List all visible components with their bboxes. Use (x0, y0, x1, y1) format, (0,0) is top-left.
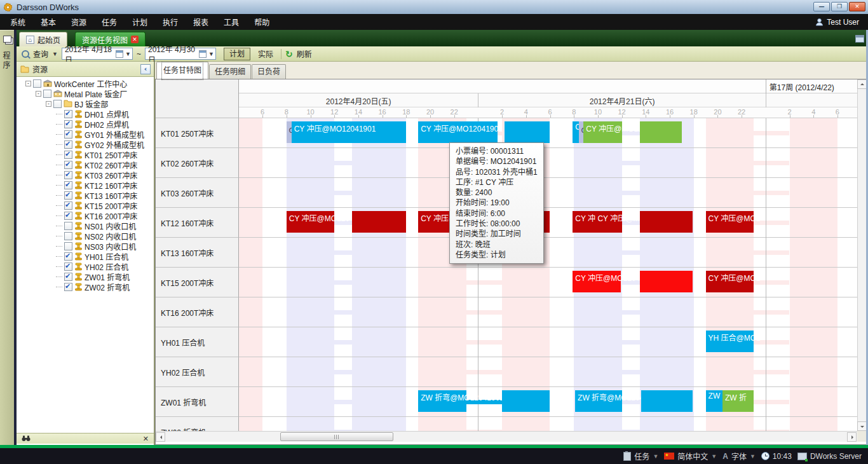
task-bar[interactable]: CY 冲压@MO12041904 (287, 211, 334, 233)
menu-item-执行[interactable]: 执行 (155, 14, 186, 30)
tree-checkbox[interactable] (64, 161, 72, 169)
scroll-right-icon[interactable] (847, 432, 857, 442)
tree-checkbox[interactable] (53, 100, 62, 108)
task-bar[interactable] (640, 271, 693, 292)
tree-checkbox[interactable] (64, 171, 72, 179)
date-to-input[interactable]: 2012年 4月30日 ▼ (145, 48, 216, 60)
task-bar[interactable]: C (287, 121, 292, 143)
vertical-scrollbar[interactable] (857, 79, 867, 442)
dropdown-caret-icon[interactable]: ▼ (750, 453, 756, 460)
tree-item[interactable]: KT03 260T冲床 (17, 170, 154, 180)
task-bar[interactable]: CY 冲压@MO1 (706, 271, 754, 292)
task-bar[interactable]: CY 冲压@MO12041902 (583, 121, 621, 143)
tree-checkbox[interactable] (64, 242, 72, 250)
calendar-icon[interactable] (116, 50, 123, 58)
tree-item-label[interactable]: YH01 压合机 (85, 251, 128, 262)
tree-item-label[interactable]: WorkCenter 工作中心 (54, 78, 127, 89)
task-bar[interactable]: YH 压合@MO1 (706, 331, 754, 352)
tree-checkbox[interactable] (33, 79, 41, 88)
dropdown-caret-icon[interactable]: ▼ (653, 453, 658, 460)
tree-item-label[interactable]: DH01 点焊机 (85, 109, 129, 119)
tree-item-label[interactable]: KT02 260T冲床 (85, 160, 137, 170)
tree-item[interactable]: NS01 内收口机 (17, 221, 154, 231)
task-bar[interactable] (640, 211, 693, 233)
tree-item[interactable]: -WorkCenter 工作中心 (17, 78, 154, 88)
actual-button[interactable]: 实际 (254, 48, 277, 59)
date-from-caret-icon[interactable]: ▼ (125, 51, 131, 57)
tree-item-label[interactable]: NS03 内收口机 (85, 241, 136, 252)
menu-item-资源[interactable]: 资源 (64, 14, 94, 30)
status-item-字体[interactable]: A字体▼ (722, 451, 756, 461)
task-bar[interactable] (502, 390, 550, 412)
scroll-down-icon[interactable] (857, 421, 867, 431)
task-bar[interactable] (640, 121, 682, 143)
layout-icon[interactable] (855, 35, 864, 43)
tree-item-label[interactable]: KT15 200T冲床 (85, 200, 137, 211)
date-from-input[interactable]: 2012年 4月18日 ▼ (62, 48, 133, 60)
menu-item-系统[interactable]: 系统 (3, 14, 33, 30)
tree-item[interactable]: KT15 200T冲床 (17, 200, 154, 210)
menu-item-任务[interactable]: 任务 (94, 14, 125, 30)
expander-icon[interactable]: - (46, 101, 51, 107)
tree-checkbox[interactable] (64, 181, 72, 189)
plan-button[interactable]: 计划 (224, 48, 250, 60)
tree-item[interactable]: ZW01 折弯机 (17, 271, 154, 282)
tree-checkbox[interactable] (64, 232, 72, 240)
tree-item-label[interactable]: ZW01 折弯机 (85, 271, 130, 282)
dropdown-caret-icon[interactable]: ▼ (711, 453, 717, 460)
collapse-panel-button[interactable]: ‹ (140, 64, 151, 74)
tree-item-label[interactable]: KT12 160T冲床 (85, 180, 137, 191)
tree-checkbox[interactable] (64, 252, 72, 261)
task-bar[interactable]: CY 冲压@MO12041903 (573, 271, 620, 292)
tree-checkbox[interactable] (64, 222, 72, 230)
task-bar[interactable] (352, 211, 406, 233)
tree-item[interactable]: -BJ 钣金部 (17, 99, 154, 109)
scrollbar-thumb[interactable] (280, 432, 393, 441)
tree-item[interactable]: YH01 压合机 (17, 251, 154, 261)
menu-item-帮助[interactable]: 帮助 (247, 14, 277, 30)
tree-item[interactable]: KT16 200T冲床 (17, 210, 154, 221)
task-bar[interactable]: CY 冲压@MO12041901 (292, 121, 407, 143)
tree-item-label[interactable]: ZW02 折弯机 (85, 282, 130, 292)
task-bar[interactable]: C (579, 121, 584, 143)
date-to-caret-icon[interactable]: ▼ (208, 51, 214, 57)
tree-item-label[interactable]: Metal Plate 钣金厂 (64, 88, 127, 99)
task-bar[interactable] (641, 390, 693, 412)
tree-item-label[interactable]: KT03 260T冲床 (85, 170, 137, 181)
tab-home[interactable]: ⌂ 起始页 (19, 32, 67, 46)
tree-item[interactable]: YH02 压合机 (17, 261, 154, 271)
task-bar[interactable] (505, 121, 550, 143)
tree-item-label[interactable]: NS02 内收口机 (85, 231, 136, 242)
gantt-tab-任务甘特图[interactable]: 任务甘特图 (156, 62, 208, 79)
close-panel-icon[interactable]: ✕ (143, 435, 149, 443)
tree-item[interactable]: KT01 250T冲床 (17, 149, 154, 160)
tree-item-label[interactable]: KT01 250T冲床 (85, 149, 137, 160)
menu-item-工具[interactable]: 工具 (216, 14, 247, 30)
tree-checkbox[interactable] (64, 140, 72, 149)
tree-item[interactable]: DH02 点焊机 (17, 119, 154, 129)
task-bar[interactable]: ZW 折弯@MO12041901 (575, 390, 622, 412)
tree-item-label[interactable]: KT16 200T冲床 (85, 210, 137, 221)
user-area[interactable]: Test User (815, 14, 859, 30)
tree-checkbox[interactable] (64, 273, 72, 281)
menu-item-计划[interactable]: 计划 (125, 14, 155, 30)
expander-icon[interactable]: - (36, 91, 41, 97)
task-bar[interactable]: C (573, 121, 578, 143)
tree-item-label[interactable]: GY02 外桶成型机 (85, 139, 144, 150)
task-bar[interactable]: ZW (706, 390, 722, 412)
task-bar[interactable]: CY 冲压@MO1 (706, 211, 754, 233)
tree-checkbox[interactable] (64, 110, 72, 118)
calendar-icon[interactable] (199, 50, 207, 58)
task-bar[interactable]: CY 冲 CY 冲压@MO12041904 (573, 211, 621, 233)
tree-checkbox[interactable] (64, 130, 72, 139)
scroll-up-icon[interactable] (857, 79, 867, 89)
refresh-button[interactable]: 刷新 (297, 48, 312, 59)
gantt-tab-日负荷[interactable]: 日负荷 (252, 64, 286, 79)
minimize-button[interactable]: — (813, 2, 830, 11)
program-dock-strip[interactable]: 程序 (0, 30, 14, 446)
tree-item[interactable]: NS02 内收口机 (17, 231, 154, 241)
tree-item[interactable]: NS03 内收口机 (17, 241, 154, 251)
tree-checkbox[interactable] (64, 263, 72, 271)
binoculars-icon[interactable] (22, 435, 31, 442)
tree-checkbox[interactable] (64, 191, 72, 200)
